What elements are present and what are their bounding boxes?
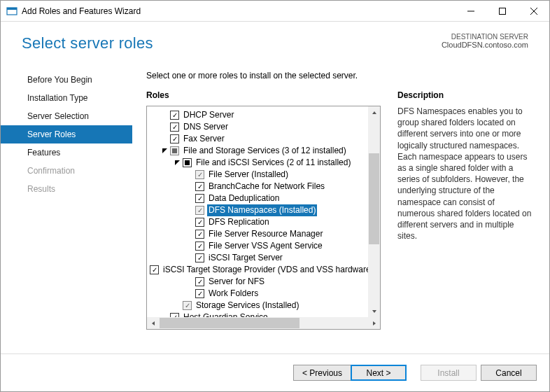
checkbox[interactable] xyxy=(170,313,179,317)
sidebar-item[interactable]: Features xyxy=(1,144,132,162)
checkbox[interactable] xyxy=(195,182,204,191)
destination-server-name: CloudDFSN.contoso.com xyxy=(442,41,528,49)
hscroll-thumb[interactable] xyxy=(160,318,299,328)
tree-node-label[interactable]: File Server Resource Manager xyxy=(207,228,324,240)
previous-button[interactable]: < Previous xyxy=(293,365,351,381)
tree-node[interactable]: BranchCache for Network Files xyxy=(150,181,380,192)
wizard-window: Add Roles and Features Wizard Select ser… xyxy=(0,0,550,392)
tree-node[interactable]: DNS Server xyxy=(150,121,380,133)
svg-marker-8 xyxy=(372,111,376,114)
tree-node-label[interactable]: Storage Services (Installed) xyxy=(195,300,300,312)
scroll-up-icon[interactable] xyxy=(368,106,380,118)
checkbox[interactable] xyxy=(195,277,204,286)
description-heading: Description xyxy=(397,90,533,100)
window-buttons xyxy=(455,1,549,21)
instruction-text: Select one or more roles to install on t… xyxy=(146,71,533,80)
nav-button-group: < Previous Next > xyxy=(293,365,407,381)
app-icon xyxy=(6,6,17,17)
tree-node-label[interactable]: iSCSI Target Storage Provider (VDS and V… xyxy=(162,264,380,276)
svg-rect-1 xyxy=(7,8,17,10)
tree-node-label[interactable]: BranchCache for Network Files xyxy=(207,181,326,192)
vscroll-thumb[interactable] xyxy=(369,153,379,244)
maximize-button[interactable] xyxy=(486,1,518,21)
tree-node-label[interactable]: DFS Namespaces (Installed) xyxy=(207,204,317,216)
roles-tree[interactable]: DHCP ServerDNS ServerFax ServerFile and … xyxy=(147,106,380,317)
sidebar-item[interactable]: Server Selection xyxy=(1,107,132,125)
roles-tree-container: DHCP ServerDNS ServerFax ServerFile and … xyxy=(146,106,381,330)
checkbox xyxy=(170,146,179,155)
sidebar-item: Confirmation xyxy=(1,162,132,180)
minimize-button[interactable] xyxy=(455,1,486,21)
sidebar-item: Results xyxy=(1,180,132,198)
collapse-icon[interactable] xyxy=(174,159,181,167)
cancel-button[interactable]: Cancel xyxy=(481,365,537,381)
tree-node-label[interactable]: Server for NFS xyxy=(207,276,266,288)
svg-marker-7 xyxy=(175,160,180,165)
tree-node[interactable]: File Server (Installed) xyxy=(150,169,380,181)
tree-node-label[interactable]: Host Guardian Service xyxy=(182,312,269,317)
horizontal-scrollbar[interactable] xyxy=(147,317,380,329)
destination-server-block: DESTINATION SERVER CloudDFSN.contoso.com xyxy=(442,33,528,49)
checkbox xyxy=(183,301,192,310)
tree-node-label[interactable]: Work Folders xyxy=(207,288,260,300)
scroll-left-icon[interactable] xyxy=(147,317,159,329)
tree-node[interactable]: Host Guardian Service xyxy=(150,312,380,317)
tree-node-label[interactable]: DFS Replication xyxy=(207,216,271,228)
scroll-down-icon[interactable] xyxy=(368,305,380,317)
tree-node[interactable]: File Server Resource Manager xyxy=(150,228,380,240)
svg-marker-10 xyxy=(152,321,155,326)
tree-node-label[interactable]: File Server VSS Agent Service xyxy=(207,240,324,252)
hscroll-track[interactable] xyxy=(159,317,368,329)
tree-node[interactable]: DHCP Server xyxy=(150,109,380,121)
tree-node-label[interactable]: iSCSI Target Server xyxy=(207,252,284,264)
tree-node-label[interactable]: File and iSCSI Services (2 of 11 install… xyxy=(195,157,352,169)
tree-node-label[interactable]: DHCP Server xyxy=(182,109,235,121)
tree-node[interactable]: File Server VSS Agent Service xyxy=(150,240,380,252)
checkbox[interactable] xyxy=(183,158,192,167)
collapse-icon[interactable] xyxy=(161,147,169,155)
vscroll-track[interactable] xyxy=(368,118,380,305)
tree-node[interactable]: File and Storage Services (3 of 12 insta… xyxy=(150,145,380,157)
tree-node-label[interactable]: File and Storage Services (3 of 12 insta… xyxy=(182,145,348,157)
roles-tree-body: DHCP ServerDNS ServerFax ServerFile and … xyxy=(147,106,380,317)
tree-node[interactable]: Server for NFS xyxy=(150,276,380,288)
tree-node-label[interactable]: Fax Server xyxy=(182,133,226,145)
description-text: DFS Namespaces enables you to group shar… xyxy=(397,106,533,241)
wizard-footer: < Previous Next > Install Cancel xyxy=(1,354,549,391)
wizard-header: Select server roles DESTINATION SERVER C… xyxy=(1,22,549,58)
tree-node[interactable]: iSCSI Target Server xyxy=(150,252,380,264)
checkbox[interactable] xyxy=(195,230,204,239)
checkbox[interactable] xyxy=(170,111,179,120)
checkbox[interactable] xyxy=(195,241,204,251)
tree-node[interactable]: DFS Replication xyxy=(150,216,380,228)
svg-rect-3 xyxy=(499,8,505,14)
tree-node-label[interactable]: File Server (Installed) xyxy=(207,169,290,181)
checkbox[interactable] xyxy=(150,265,159,274)
content-columns: Roles DHCP ServerDNS ServerFax ServerFil… xyxy=(146,90,533,354)
next-button[interactable]: Next > xyxy=(351,365,407,381)
checkbox[interactable] xyxy=(195,253,204,262)
sidebar-item[interactable]: Before You Begin xyxy=(1,71,132,89)
checkbox[interactable] xyxy=(170,122,179,132)
tree-node[interactable]: Work Folders xyxy=(150,288,380,300)
tree-node[interactable]: Storage Services (Installed) xyxy=(150,300,380,312)
checkbox[interactable] xyxy=(195,218,204,227)
close-button[interactable] xyxy=(518,1,549,21)
sidebar-item[interactable]: Installation Type xyxy=(1,89,132,107)
tree-node-label[interactable]: DNS Server xyxy=(182,121,230,133)
tree-node[interactable]: File and iSCSI Services (2 of 11 install… xyxy=(150,157,380,169)
svg-marker-11 xyxy=(373,321,376,326)
checkbox xyxy=(195,170,204,179)
scroll-right-icon[interactable] xyxy=(368,317,380,329)
description-column: Description DFS Namespaces enables you t… xyxy=(397,90,533,354)
checkbox[interactable] xyxy=(170,134,179,144)
tree-node[interactable]: DFS Namespaces (Installed) xyxy=(150,204,380,216)
tree-node[interactable]: Fax Server xyxy=(150,133,380,145)
vertical-scrollbar[interactable] xyxy=(368,106,380,317)
tree-node[interactable]: Data Deduplication xyxy=(150,192,380,204)
checkbox[interactable] xyxy=(195,194,204,203)
sidebar-item[interactable]: Server Roles xyxy=(1,125,132,144)
checkbox[interactable] xyxy=(195,289,204,298)
tree-node-label[interactable]: Data Deduplication xyxy=(207,192,281,204)
tree-node[interactable]: iSCSI Target Storage Provider (VDS and V… xyxy=(150,264,380,276)
